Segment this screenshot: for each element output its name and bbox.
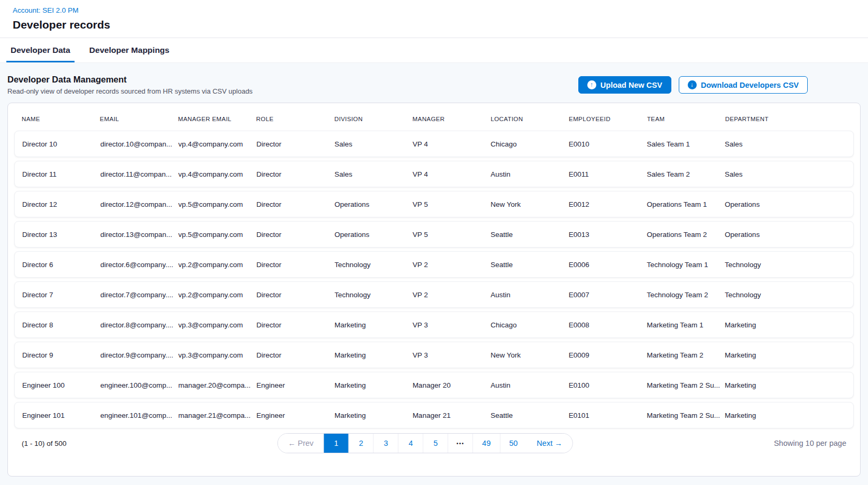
tab-developer-mappings[interactable]: Developer Mappings xyxy=(85,38,174,62)
table-cell: Sales xyxy=(725,170,846,178)
table-cell: director.6@company.... xyxy=(100,261,179,269)
table-cell: Marketing Team 2 xyxy=(647,351,725,359)
table-cell: vp.2@company.com xyxy=(178,261,256,269)
page-number-button[interactable]: 50 xyxy=(500,434,527,453)
column-header: DIVISION xyxy=(334,116,412,122)
table-cell: VP 2 xyxy=(412,291,491,299)
table-cell: Operations Team 2 xyxy=(647,231,725,239)
table-cell: Director 7 xyxy=(22,291,100,299)
table-cell: engineer.101@comp... xyxy=(100,411,179,419)
page-number-button[interactable]: 1 xyxy=(324,434,349,453)
table-cell: Director 8 xyxy=(22,321,100,329)
content-area: Developer Data Management Read-only view… xyxy=(0,63,868,485)
table-cell: VP 4 xyxy=(412,170,491,178)
table-cell: Austin xyxy=(491,381,569,389)
table-cell: Sales Team 1 xyxy=(647,140,725,148)
table-cell: vp.4@company.com xyxy=(178,140,256,148)
page-number-button[interactable]: 4 xyxy=(399,434,423,453)
table-cell: New York xyxy=(491,200,569,208)
table-cell: Operations xyxy=(725,231,846,239)
table-cell: Technology xyxy=(725,291,846,299)
table-cell: Sales Team 2 xyxy=(647,170,725,178)
page-title: Developer records xyxy=(13,19,855,31)
page-number-button[interactable]: 3 xyxy=(374,434,399,453)
column-header: MANAGER xyxy=(412,116,491,122)
next-page-button[interactable]: Next → xyxy=(527,434,572,453)
table-row[interactable]: Engineer 100engineer.100@comp...manager.… xyxy=(14,372,854,398)
section-actions: ↑ Upload New CSV ↓ Download Developers C… xyxy=(578,76,808,94)
section-header: Developer Data Management Read-only view… xyxy=(7,71,861,103)
table-cell: Director xyxy=(256,140,335,148)
table-cell: Marketing xyxy=(335,381,413,389)
upload-button-label: Upload New CSV xyxy=(601,81,662,89)
table-cell: director.12@compan... xyxy=(100,200,179,208)
table-cell: vp.5@company.com xyxy=(178,200,256,208)
table-cell: VP 5 xyxy=(412,231,491,239)
table-cell: director.11@compan... xyxy=(100,170,179,178)
table-row[interactable]: Director 8director.8@company....vp.3@com… xyxy=(14,312,854,338)
table-cell: Engineer 100 xyxy=(22,381,100,389)
page-number-button[interactable]: 49 xyxy=(473,434,500,453)
table-cell: Marketing xyxy=(725,411,846,419)
table-cell: E0008 xyxy=(569,321,647,329)
page-header: Account: SEI 2.0 PM Developer records xyxy=(0,0,868,38)
table-cell: Marketing xyxy=(335,351,413,359)
prev-page-button[interactable]: ← Prev xyxy=(278,434,324,453)
page-number-button[interactable]: 5 xyxy=(423,434,448,453)
pagination-range-label: (1 - 10) of 500 xyxy=(22,440,67,447)
table-row[interactable]: Director 10director.10@compan...vp.4@com… xyxy=(14,131,854,157)
table-row[interactable]: Director 12director.12@compan...vp.5@com… xyxy=(14,191,854,217)
table-cell: Marketing Team 1 xyxy=(647,321,725,329)
table-footer: (1 - 10) of 500 ← Prev 12345•••4950 Next… xyxy=(14,428,854,459)
section-subtitle: Read-only view of developer records sour… xyxy=(7,87,253,95)
table-cell: E0006 xyxy=(569,261,647,269)
table-cell: Chicago xyxy=(491,321,569,329)
table-cell: E0100 xyxy=(569,381,647,389)
table-cell: Director xyxy=(256,200,335,208)
table-row[interactable]: Director 11director.11@compan...vp.4@com… xyxy=(14,161,854,187)
table-cell: E0007 xyxy=(569,291,647,299)
table-cell: Austin xyxy=(491,291,569,299)
table-row[interactable]: Director 7director.7@company....vp.2@com… xyxy=(14,281,854,308)
table-row[interactable]: Director 13director.13@compan...vp.5@com… xyxy=(14,221,854,248)
table-cell: Sales xyxy=(725,140,846,148)
page-ellipsis-button[interactable]: ••• xyxy=(448,434,473,453)
table-cell: vp.3@company.com xyxy=(178,321,256,329)
table-cell: Director 6 xyxy=(22,261,100,269)
table-cell: VP 5 xyxy=(412,200,491,208)
table-cell: director.13@compan... xyxy=(100,231,179,239)
table-cell: E0010 xyxy=(569,140,647,148)
table-cell: Sales xyxy=(335,140,413,148)
upload-icon: ↑ xyxy=(587,80,596,89)
table-cell: Engineer xyxy=(256,411,335,419)
upload-new-csv-button[interactable]: ↑ Upload New CSV xyxy=(578,76,671,94)
table-cell: Marketing Team 2 Su... xyxy=(647,411,725,419)
account-breadcrumb-link[interactable]: Account: SEI 2.0 PM xyxy=(13,6,79,14)
table-cell: Technology xyxy=(725,261,846,269)
prev-arrow-icon: ← xyxy=(288,439,296,447)
table-header-row: NAMEEMAILMANAGER EMAILROLEDIVISIONMANAGE… xyxy=(14,108,854,131)
section-title: Developer Data Management xyxy=(7,75,253,85)
table-cell: Technology Team 1 xyxy=(647,261,725,269)
table-cell: Operations xyxy=(335,231,413,239)
column-header: DEPARTMENT xyxy=(725,116,846,122)
table-cell: VP 2 xyxy=(412,261,491,269)
table-row[interactable]: Director 9director.9@company....vp.3@com… xyxy=(14,342,854,368)
table-cell: E0011 xyxy=(569,170,647,178)
table-row[interactable]: Director 6director.6@company....vp.2@com… xyxy=(14,251,854,278)
table-cell: manager.20@compa... xyxy=(178,381,256,389)
table-cell: director.8@company.... xyxy=(100,321,179,329)
page-number-button[interactable]: 2 xyxy=(349,434,374,453)
table-cell: Director xyxy=(256,291,335,299)
table-cell: director.9@company.... xyxy=(100,351,179,359)
table-row[interactable]: Engineer 101engineer.101@comp...manager.… xyxy=(14,402,854,428)
table-cell: Manager 20 xyxy=(412,381,491,389)
table-cell: E0013 xyxy=(569,231,647,239)
tab-developer-data[interactable]: Developer Data xyxy=(6,38,75,62)
table-cell: Technology xyxy=(335,291,413,299)
download-developers-csv-button[interactable]: ↓ Download Developers CSV xyxy=(679,76,808,94)
table-cell: New York xyxy=(491,351,569,359)
table-cell: E0009 xyxy=(569,351,647,359)
developer-table: NAMEEMAILMANAGER EMAILROLEDIVISIONMANAGE… xyxy=(7,103,861,477)
table-cell: Technology xyxy=(335,261,413,269)
